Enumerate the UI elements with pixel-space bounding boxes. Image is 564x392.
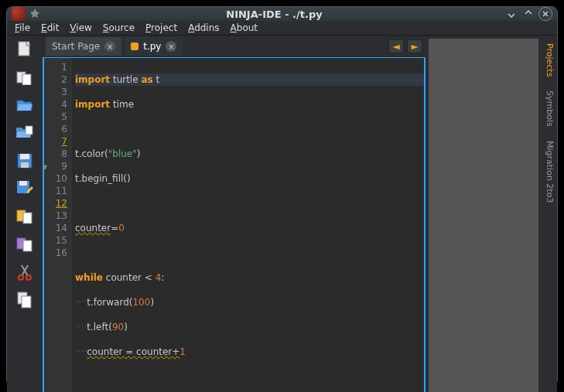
line-number: 3 [44, 86, 67, 98]
app-icon [12, 7, 26, 21]
menu-addins[interactable]: Addins [183, 21, 224, 35]
svg-rect-10 [23, 213, 32, 223]
line-number: 4 [44, 98, 67, 111]
pin-icon[interactable] [30, 9, 41, 19]
svg-rect-3 [26, 126, 32, 135]
svg-rect-16 [22, 296, 31, 308]
central-area: Start Page × t.py × ◄ ► 1 2 3 [43, 36, 426, 392]
right-panel [426, 36, 542, 392]
titlebar: NINJA-IDE - ./t.py [7, 7, 557, 21]
sidetab-projects[interactable]: Projects [543, 40, 556, 80]
minimap[interactable] [429, 39, 538, 392]
tab-label: Start Page [52, 41, 100, 52]
deactivate-profile-icon[interactable] [14, 233, 36, 255]
tab-label: t.py [143, 41, 161, 52]
tab-start-page[interactable]: Start Page × [46, 37, 121, 56]
open-file-icon[interactable] [14, 94, 36, 116]
line-number: 13 [44, 210, 67, 222]
cut-icon[interactable] [14, 261, 36, 283]
modified-icon [131, 43, 138, 50]
tabbar: Start Page × t.py × ◄ ► [43, 36, 426, 57]
line-number: 8 [44, 148, 67, 160]
menu-view[interactable]: View [65, 21, 96, 35]
menu-file[interactable]: File [10, 21, 35, 35]
line-number: 12 [44, 197, 67, 210]
nav-forward-button[interactable]: ► [407, 39, 422, 53]
main-window: NINJA-IDE - ./t.py File Edit View Source… [6, 6, 558, 386]
line-number: 14 [44, 222, 67, 234]
sidetab-symbols[interactable]: Symbols [543, 87, 556, 130]
window-title: NINJA-IDE - ./t.py [47, 9, 501, 20]
close-button[interactable] [538, 7, 552, 21]
body: Start Page × t.py × ◄ ► 1 2 3 [7, 35, 557, 392]
line-number: 11 [44, 185, 67, 197]
line-number: 10 [44, 172, 67, 185]
save-icon[interactable] [14, 150, 36, 172]
code-area[interactable]: import turtle as t import time t.color("… [72, 58, 424, 392]
line-number: 5 [44, 111, 67, 123]
sidetab-migration[interactable]: Migration 2to3 [543, 138, 556, 206]
line-number: 15 [44, 234, 67, 247]
tab-file[interactable]: t.py × [125, 37, 183, 56]
line-number: 2 [44, 73, 67, 86]
menu-edit[interactable]: Edit [36, 21, 63, 35]
svg-point-14 [26, 275, 31, 280]
save-as-icon[interactable] [14, 178, 36, 199]
editor[interactable]: 1 2 3 4 5 6 7 8 ▼9 10 11 12 13 14 15 16 [43, 57, 426, 392]
line-number: ▼9 [44, 160, 67, 172]
menubar: File Edit View Source Project Addins Abo… [7, 21, 557, 35]
activate-profile-icon[interactable] [14, 206, 36, 227]
line-number: 16 [44, 247, 67, 259]
svg-rect-5 [20, 154, 29, 159]
open-project-icon[interactable] [14, 122, 36, 144]
svg-point-13 [19, 275, 23, 280]
menu-source[interactable]: Source [98, 21, 139, 35]
copy-icon[interactable] [14, 289, 36, 311]
close-icon[interactable]: × [104, 41, 115, 52]
nav-arrows: ◄ ► [388, 39, 422, 53]
line-number: 7 [44, 135, 67, 148]
maximize-button[interactable] [521, 7, 535, 21]
line-number: 6 [44, 123, 67, 135]
svg-rect-6 [21, 162, 29, 168]
svg-rect-2 [22, 74, 31, 85]
new-project-icon[interactable] [14, 66, 36, 88]
line-number: 1 [44, 61, 67, 73]
close-icon[interactable]: × [166, 41, 176, 52]
vertical-toolbar [7, 36, 43, 392]
nav-back-button[interactable]: ◄ [388, 39, 404, 53]
svg-rect-8 [19, 181, 27, 186]
side-tabs: Projects Symbols Migration 2to3 [542, 36, 557, 392]
gutter: 1 2 3 4 5 6 7 8 ▼9 10 11 12 13 14 15 16 [44, 58, 72, 392]
minimize-button[interactable] [504, 7, 518, 21]
menu-project[interactable]: Project [141, 21, 182, 35]
svg-rect-12 [23, 240, 32, 251]
new-file-icon[interactable] [14, 39, 36, 60]
menu-about[interactable]: About [226, 21, 263, 35]
